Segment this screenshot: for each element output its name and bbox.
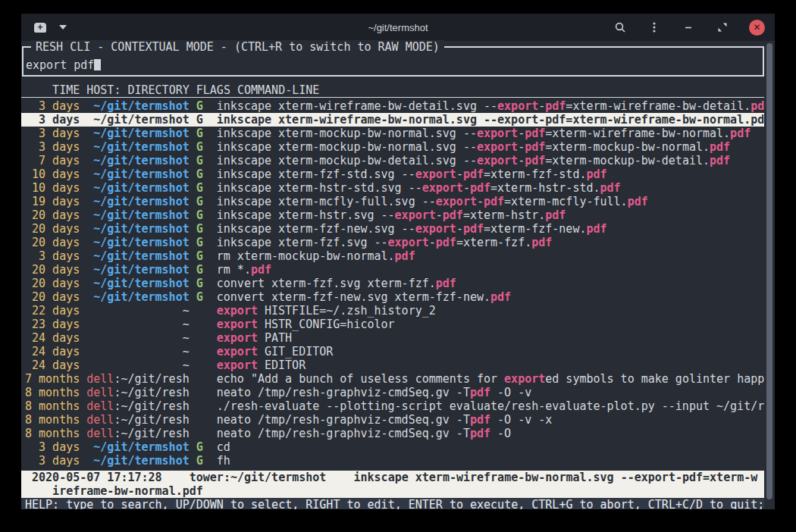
history-row[interactable]: 7 days~/git/termshotGinkscape xterm-mock…: [21, 154, 764, 167]
row-host: ~/git/termshot: [86, 249, 189, 263]
row-host: ~: [86, 331, 189, 345]
history-row[interactable]: 24 days~ export GIT_EDITOR: [21, 345, 764, 358]
row-host: ~/git/termshot: [86, 236, 189, 249]
row-command: export HSTR_CONFIG=hicolor: [217, 318, 764, 331]
row-command: inkscape xterm-hstr-std.svg --export-pdf…: [217, 181, 764, 195]
row-host: dell:~/git/resh: [86, 413, 189, 427]
row-command: inkscape xterm-mcfly-full.svg --export-p…: [217, 195, 764, 208]
row-time: 24 days: [25, 345, 80, 358]
status-bar: 2020-05-07 17:17:28 tower:~/git/termshot…: [21, 471, 764, 498]
row-flag: G: [196, 113, 203, 127]
row-flag: G: [196, 195, 203, 208]
history-row[interactable]: 3 days~/git/termshotGinkscape xterm-mock…: [21, 127, 764, 140]
row-flag: [196, 304, 203, 318]
row-host: ~: [86, 304, 189, 318]
row-host: ~/git/termshot: [86, 222, 189, 236]
new-tab-button[interactable]: +: [34, 23, 46, 33]
row-flag: G: [196, 440, 203, 454]
row-host: ~/git/termshot: [86, 181, 189, 195]
history-row[interactable]: 20 days~/git/termshotGinkscape xterm-hst…: [21, 208, 764, 222]
history-row[interactable]: 24 days~ export EDITOR: [21, 358, 764, 372]
row-time: 3 days: [25, 454, 80, 468]
row-flag: G: [196, 277, 203, 290]
history-row[interactable]: 3 days~/git/termshotGinkscape xterm-wire…: [21, 99, 764, 113]
restore-button[interactable]: [715, 20, 730, 35]
minimize-button[interactable]: [681, 20, 696, 35]
menu-button[interactable]: [647, 20, 662, 35]
chevron-down-icon[interactable]: [59, 25, 67, 30]
history-row[interactable]: 7 monthsdell:~/git/resh echo "Add a bunc…: [21, 372, 764, 386]
row-time: 3 days: [25, 99, 80, 113]
row-time: 7 months: [25, 372, 80, 386]
row-host: ~/git/termshot: [86, 167, 189, 181]
terminal-window: + ~/git/termshot: [21, 14, 775, 509]
row-host: dell:~/git/resh: [86, 399, 189, 413]
kebab-menu-icon: [648, 21, 660, 33]
close-icon: ✕: [753, 23, 760, 32]
row-command: inkscape xterm-mockup-bw-normal.svg --ex…: [217, 127, 764, 140]
history-row[interactable]: 23 days~ export HSTR_CONFIG=hicolor: [21, 318, 764, 331]
row-flag: G: [196, 249, 203, 263]
history-row[interactable]: 3 days~/git/termshotGcd: [21, 440, 764, 454]
history-row[interactable]: 24 days~ export PATH: [21, 331, 764, 345]
history-row[interactable]: 20 days~/git/termshotGinkscape xterm-fzf…: [21, 236, 764, 249]
row-flag: [196, 318, 203, 331]
row-time: 22 days: [25, 304, 80, 318]
search-button[interactable]: [613, 20, 628, 35]
row-time: 19 days: [25, 195, 80, 208]
history-row[interactable]: 22 days~ export HISTFILE=~/.zsh_history_…: [21, 304, 764, 318]
row-command: export PATH: [217, 331, 764, 345]
scrollbar-thumb[interactable]: [766, 43, 772, 499]
row-time: 20 days: [25, 236, 80, 249]
history-row[interactable]: 8 monthsdell:~/git/resh neato /tmp/resh-…: [21, 413, 764, 427]
history-row[interactable]: 3 days~/git/termshotGinkscape xterm-mock…: [21, 140, 764, 154]
search-icon: [614, 21, 626, 33]
row-time: 3 days: [25, 140, 80, 154]
row-time: 24 days: [25, 331, 80, 345]
history-row[interactable]: 10 days~/git/termshotGinkscape xterm-hst…: [21, 181, 764, 195]
history-row[interactable]: 3 days~/git/termshotGinkscape xterm-wire…: [21, 113, 764, 127]
row-flag: G: [196, 454, 203, 468]
row-command: inkscape xterm-mockup-bw-normal.svg --ex…: [217, 140, 764, 154]
history-row[interactable]: 20 days~/git/termshotGrm *.pdf: [21, 263, 764, 277]
terminal-content: RESH CLI - CONTEXTUAL MODE - (CTRL+R to …: [21, 41, 775, 509]
history-list: 3 days~/git/termshotGinkscape xterm-wire…: [21, 99, 764, 468]
row-command: inkscape xterm-hstr.svg --export-pdf=xte…: [217, 208, 764, 222]
row-flag: G: [196, 127, 203, 140]
row-command: inkscape xterm-fzf.svg --export-pdf=xter…: [217, 236, 764, 249]
text-cursor: [94, 59, 101, 70]
row-command: echo "Add a bunch of useless comments fo…: [217, 372, 764, 386]
row-time: 20 days: [25, 277, 80, 290]
history-row[interactable]: 10 days~/git/termshotGinkscape xterm-fzf…: [21, 167, 764, 181]
close-button[interactable]: ✕: [749, 20, 765, 36]
row-command: cd: [217, 440, 764, 454]
row-command: inkscape xterm-wireframe-bw-normal.svg -…: [217, 113, 764, 127]
history-row[interactable]: 8 monthsdell:~/git/resh neato /tmp/resh-…: [21, 386, 764, 399]
row-flag: [196, 345, 203, 358]
history-row[interactable]: 8 monthsdell:~/git/resh ./resh-evaluate …: [21, 399, 764, 413]
new-tab-icon: +: [34, 23, 46, 33]
history-row[interactable]: 3 days~/git/termshotGrm xterm-mockup-bw-…: [21, 249, 764, 263]
help-bar: HELP: type to search, UP/DOWN to select,…: [21, 498, 764, 509]
row-flag: G: [196, 208, 203, 222]
row-command: export HISTFILE=~/.zsh_history_2: [217, 304, 764, 318]
history-row[interactable]: 20 days~/git/termshotGconvert xterm-fzf.…: [21, 277, 764, 290]
row-flag: [196, 372, 203, 386]
row-command: fh: [217, 454, 764, 468]
history-row[interactable]: 20 days~/git/termshotGconvert xterm-fzf-…: [21, 290, 764, 304]
row-host: ~/git/termshot: [86, 277, 189, 290]
row-command: rm xterm-mockup-bw-normal.pdf: [217, 249, 764, 263]
status-line-2: ireframe-bw-normal.pdf: [21, 484, 764, 498]
row-host: ~/git/termshot: [86, 140, 189, 154]
row-flag: G: [196, 236, 203, 249]
history-row[interactable]: 3 days~/git/termshotGfh: [21, 454, 764, 468]
row-time: 24 days: [25, 358, 80, 372]
row-flag: G: [196, 263, 203, 277]
history-row[interactable]: 20 days~/git/termshotGinkscape xterm-fzf…: [21, 222, 764, 236]
history-row[interactable]: 19 days~/git/termshotGinkscape xterm-mcf…: [21, 195, 764, 208]
row-time: 20 days: [25, 290, 80, 304]
row-host: ~/git/termshot: [86, 290, 189, 304]
row-time: 3 days: [25, 249, 80, 263]
row-time: 23 days: [25, 318, 80, 331]
history-row[interactable]: 8 monthsdell:~/git/resh neato /tmp/resh-…: [21, 427, 764, 440]
